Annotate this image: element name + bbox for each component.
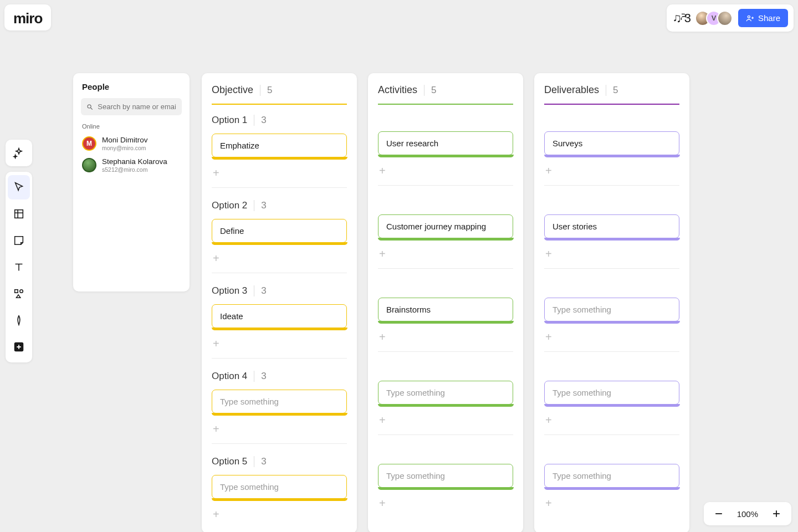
column-title: Activities xyxy=(378,84,417,96)
person-row[interactable]: M Moni Dimitrov mony@miro.com xyxy=(79,133,184,155)
card[interactable]: Define xyxy=(212,219,347,243)
app-logo-text: miro xyxy=(13,10,42,27)
reactions-button[interactable]: ♫ཌ3 xyxy=(672,12,689,24)
add-card-button[interactable]: + xyxy=(544,157,679,186)
option-label: Option 2 xyxy=(212,200,247,211)
card[interactable]: Type something xyxy=(212,475,347,499)
column-header: Objective 5 xyxy=(212,84,347,105)
zoom-level[interactable]: 100% xyxy=(737,509,758,519)
frame-icon xyxy=(13,208,25,220)
card[interactable]: Type something xyxy=(378,381,513,405)
card[interactable]: User research xyxy=(378,131,513,155)
add-card-button[interactable]: + xyxy=(378,157,513,186)
plus-icon xyxy=(771,508,782,519)
share-button[interactable]: Share xyxy=(738,9,788,27)
column-header: Activities 5 xyxy=(378,84,513,105)
cursor-icon xyxy=(13,181,25,193)
option-label: Option 4 xyxy=(212,371,247,382)
svg-point-0 xyxy=(748,16,750,18)
card[interactable]: Brainstorms xyxy=(378,298,513,321)
add-card-button[interactable]: + xyxy=(378,241,513,269)
option-header: Option 4 3 xyxy=(212,371,347,382)
zoom-out-button[interactable] xyxy=(713,508,725,520)
column-count: 5 xyxy=(424,85,436,96)
card[interactable]: Type something xyxy=(544,298,679,321)
option-count: 3 xyxy=(254,285,266,296)
svg-point-7 xyxy=(88,104,91,108)
tool-sticky-note[interactable] xyxy=(6,227,32,254)
option-label: Option 1 xyxy=(212,115,247,126)
text-icon xyxy=(13,261,25,273)
person-name: Stephania Kolarova xyxy=(102,158,167,166)
share-label: Share xyxy=(758,13,780,23)
svg-point-5 xyxy=(20,290,23,293)
add-card-button[interactable]: + xyxy=(212,501,347,529)
people-search[interactable] xyxy=(81,98,182,115)
presence-avatars[interactable]: V xyxy=(695,11,733,26)
person-email: mony@miro.com xyxy=(102,145,148,151)
person-email: s5212@miro.com xyxy=(102,166,167,173)
card[interactable]: Type something xyxy=(544,464,679,488)
topbar: ♫ཌ3 V Share xyxy=(667,4,794,32)
person-name: Moni Dimitrov xyxy=(102,136,148,145)
card[interactable]: User stories xyxy=(544,214,679,238)
add-card-button[interactable]: + xyxy=(212,416,347,444)
column-header: Deliverables 5 xyxy=(544,84,679,105)
tool-add[interactable] xyxy=(6,334,32,360)
card[interactable]: Customer journey mapping xyxy=(378,214,513,238)
card[interactable]: Ideate xyxy=(212,304,347,328)
column-count: 5 xyxy=(606,85,618,96)
add-card-button[interactable]: + xyxy=(544,241,679,269)
shapes-icon xyxy=(13,288,25,300)
option-label: Option 5 xyxy=(212,456,247,467)
people-panel: People Online M Moni Dimitrov mony@miro.… xyxy=(73,73,190,291)
option-header: Option 2 3 xyxy=(212,200,347,211)
pen-icon xyxy=(13,314,25,326)
option-count: 3 xyxy=(254,115,266,126)
add-card-button[interactable]: + xyxy=(378,490,513,518)
column-activities: Activities 5 User research + Customer jo… xyxy=(368,73,523,532)
column-count: 5 xyxy=(260,85,272,96)
card[interactable]: Surveys xyxy=(544,131,679,155)
person-avatar: M xyxy=(82,136,96,151)
people-search-input[interactable] xyxy=(98,103,176,111)
tool-frame[interactable] xyxy=(6,201,32,227)
sparkle-icon xyxy=(13,147,25,159)
svg-line-8 xyxy=(91,108,93,109)
tool-text[interactable] xyxy=(6,254,32,280)
card[interactable]: Type something xyxy=(544,381,679,405)
option-header: Option 1 3 xyxy=(212,115,347,126)
card[interactable]: Type something xyxy=(212,390,347,413)
option-label: Option 3 xyxy=(212,285,247,296)
option-count: 3 xyxy=(254,200,266,211)
add-card-button[interactable]: + xyxy=(544,407,679,435)
people-title: People xyxy=(79,82,184,98)
zoom-control: 100% xyxy=(704,502,791,525)
tool-select[interactable] xyxy=(8,175,30,200)
column-objective: Objective 5 Option 1 3 Emphatize + Optio… xyxy=(202,73,357,532)
add-card-button[interactable]: + xyxy=(378,407,513,435)
board: Objective 5 Option 1 3 Emphatize + Optio… xyxy=(202,73,689,532)
avatar[interactable] xyxy=(717,11,733,26)
card[interactable]: Emphatize xyxy=(212,134,347,157)
zoom-in-button[interactable] xyxy=(770,508,782,520)
add-card-button[interactable]: + xyxy=(212,330,347,359)
add-card-button[interactable]: + xyxy=(544,324,679,352)
tool-shapes[interactable] xyxy=(6,280,32,307)
svg-rect-4 xyxy=(15,290,18,293)
card[interactable]: Type something xyxy=(378,464,513,488)
add-card-button[interactable]: + xyxy=(378,324,513,352)
add-card-button[interactable]: + xyxy=(544,490,679,518)
add-card-button[interactable]: + xyxy=(212,160,347,188)
search-icon xyxy=(86,103,93,111)
tool-ai-sparkle[interactable] xyxy=(6,140,32,166)
tool-pen[interactable] xyxy=(6,307,32,334)
people-plus-icon xyxy=(746,14,755,23)
minus-icon xyxy=(713,508,724,519)
add-card-button[interactable]: + xyxy=(212,245,347,273)
svg-rect-1 xyxy=(15,210,23,218)
person-row[interactable]: Stephania Kolarova s5212@miro.com xyxy=(79,155,184,176)
option-count: 3 xyxy=(254,371,266,382)
left-toolbar xyxy=(6,140,32,362)
app-logo[interactable]: miro xyxy=(4,4,51,30)
